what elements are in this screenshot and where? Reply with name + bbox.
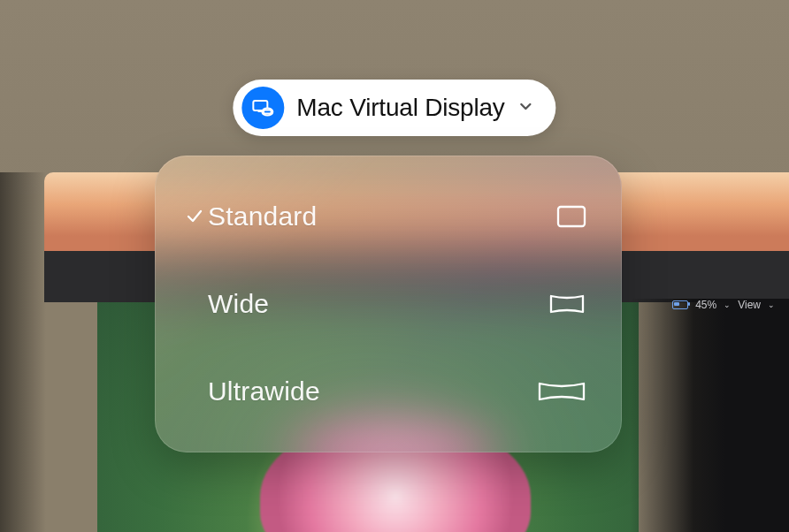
view-menu-label[interactable]: View: [738, 299, 761, 311]
mac-virtual-display-icon: [241, 87, 284, 129]
mac-virtual-display-button[interactable]: Mac Virtual Display: [233, 80, 555, 136]
background-right-panel: [630, 299, 789, 532]
status-bar-right: 45% ⌄ View ⌄: [672, 299, 775, 311]
checkmark-icon: [181, 207, 208, 226]
chevron-down-icon: ⌄: [724, 300, 731, 309]
option-label-wide: Wide: [208, 289, 533, 319]
battery-percent: 45%: [695, 299, 716, 311]
svg-rect-4: [558, 207, 585, 226]
display-size-menu: Standard Wide Ultrawide: [155, 156, 622, 452]
option-standard[interactable]: Standard: [181, 190, 586, 243]
aspect-ultrawide-icon: [533, 381, 586, 402]
option-wide[interactable]: Wide: [181, 277, 586, 331]
aspect-standard-icon: [533, 205, 586, 228]
background-left-shadow: [0, 172, 46, 532]
aspect-wide-icon: [533, 293, 586, 315]
chevron-down-icon: ⌄: [768, 300, 775, 309]
battery-icon: [672, 300, 688, 309]
option-label-ultrawide: Ultrawide: [208, 376, 533, 407]
chevron-down-icon: [517, 97, 535, 118]
mac-virtual-display-title: Mac Virtual Display: [296, 94, 504, 122]
svg-rect-3: [264, 110, 272, 114]
option-label-standard: Standard: [208, 201, 533, 232]
option-ultrawide[interactable]: Ultrawide: [181, 365, 586, 418]
